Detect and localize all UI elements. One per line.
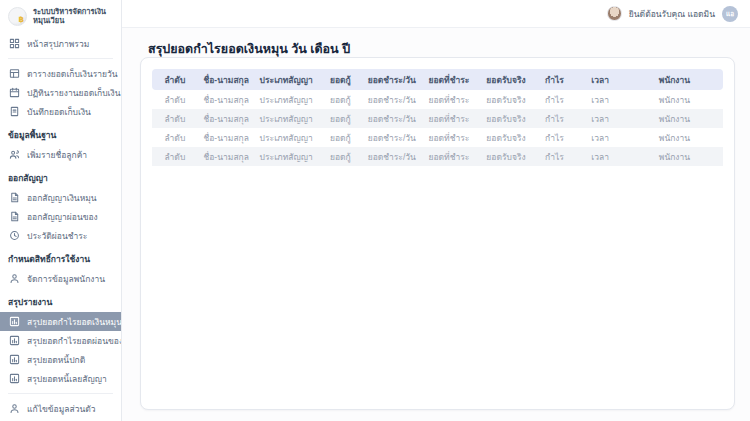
person-icon	[9, 273, 20, 284]
sidebar-section-header: กำหนดสิทธิ์การใช้งาน	[0, 245, 121, 269]
table-cell: พนักงาน	[626, 90, 723, 109]
sidebar-item-label: สรุปยอดหนี้เลยสัญญา	[27, 372, 107, 386]
table-cell: เวลา	[574, 128, 625, 147]
person-icon	[9, 403, 20, 414]
table-cell: เวลา	[574, 109, 625, 128]
table-row: ลำดับชื่อ-นามสกุลประเภทสัญญายอดกู้ยอดชำร…	[152, 128, 723, 147]
sidebar-nav: หน้าสรุปภาพรวมตารางยอดเก็บเงินรายวันปฏิท…	[0, 32, 121, 421]
table-header-row: ลำดับชื่อ-นามสกุลประเภทสัญญายอดกู้ยอดชำร…	[152, 69, 723, 90]
sidebar-divider	[8, 393, 113, 394]
table-cell: ประเภทสัญญา	[255, 147, 318, 166]
sidebar-item[interactable]: สรุปยอดหนี้เลยสัญญา	[0, 369, 121, 388]
sidebar-item[interactable]: แก้ไขข้อมูลส่วนตัว	[0, 399, 121, 418]
sidebar-section-header: ออกสัญญา	[0, 164, 121, 188]
app-logo-icon	[8, 7, 27, 26]
table-cell: ยอดกู้	[318, 90, 364, 109]
sidebar-item-label: ตารางยอดเก็บเงินรายวัน	[27, 67, 118, 81]
table-cell: ยอดชำระ/วัน	[363, 109, 420, 128]
main-content: สรุปยอดกำไรยอดเงินหมุน วัน เดือน ปี ลำดั…	[122, 28, 750, 421]
table-cell: เวลา	[574, 90, 625, 109]
table-cell: ชื่อ-นามสกุล	[198, 147, 255, 166]
sidebar-item[interactable]: บันทึกยอดเก็บเงิน	[0, 102, 121, 121]
table-cell: ยอดชำระ/วัน	[363, 128, 420, 147]
sidebar-section-header: สรุปรายงาน	[0, 288, 121, 312]
sidebar-item-label: สรุปยอดกำไรยอดเงินหมุน	[27, 315, 121, 329]
table-cell: ประเภทสัญญา	[255, 128, 318, 147]
table-cell: ลำดับ	[152, 109, 198, 128]
table-cell: ยอดที่ชำระ	[420, 90, 477, 109]
sidebar-item[interactable]: สรุปยอดกำไรยอดผ่อนของ	[0, 331, 121, 350]
user-badge[interactable]: แอ	[722, 6, 738, 22]
note-icon	[9, 106, 20, 117]
table-cell: ยอดชำระ/วัน	[363, 90, 420, 109]
table-cell: ลำดับ	[152, 147, 198, 166]
sidebar-item[interactable]: หน้าสรุปภาพรวม	[0, 34, 121, 53]
sidebar-section-header: ข้อมูลพื้นฐาน	[0, 121, 121, 145]
sidebar-item[interactable]: จัดการข้อมูลพนักงาน	[0, 269, 121, 288]
sidebar-divider	[8, 58, 113, 59]
column-header: ยอดรับจริง	[477, 69, 534, 90]
sidebar-item[interactable]: ออกสัญญาเงินหมุน	[0, 188, 121, 207]
sidebar-item-label: ออกสัญญาเงินหมุน	[27, 191, 97, 205]
user-avatar[interactable]	[607, 6, 622, 21]
table-cell: ยอดที่ชำระ	[420, 128, 477, 147]
contract-icon	[9, 192, 20, 203]
table-cell: ยอดชำระ/วัน	[363, 147, 420, 166]
table-cell: พนักงาน	[626, 128, 723, 147]
sidebar-item[interactable]: ตารางยอดเก็บเงินรายวัน	[0, 64, 121, 83]
table-cell: ยอดรับจริง	[477, 109, 534, 128]
table-cell: ยอดรับจริง	[477, 90, 534, 109]
column-header: ยอดที่ชำระ	[420, 69, 477, 90]
table-cell: ยอดกู้	[318, 109, 364, 128]
table-cell: ยอดกู้	[318, 147, 364, 166]
report-icon	[9, 335, 20, 346]
table-icon	[9, 68, 20, 79]
table-cell: ประเภทสัญญา	[255, 90, 318, 109]
table-row: ลำดับชื่อ-นามสกุลประเภทสัญญายอดกู้ยอดชำร…	[152, 90, 723, 109]
table-cell: ชื่อ-นามสกุล	[198, 90, 255, 109]
table-cell: ประเภทสัญญา	[255, 109, 318, 128]
page-title: สรุปยอดกำไรยอดเงินหมุน วัน เดือน ปี	[148, 39, 350, 59]
sidebar-item-label: สรุปยอดหนี้ปกติ	[27, 353, 85, 367]
report-icon	[9, 354, 20, 365]
table-row: ลำดับชื่อ-นามสกุลประเภทสัญญายอดกู้ยอดชำร…	[152, 147, 723, 166]
sidebar-item-label: หน้าสรุปภาพรวม	[27, 37, 89, 51]
column-header: ยอดกู้	[318, 69, 364, 90]
sidebar-item-label: แก้ไขข้อมูลส่วนตัว	[27, 402, 96, 416]
table-cell: ลำดับ	[152, 128, 198, 147]
calendar-icon	[9, 87, 20, 98]
sidebar-item-label: สรุปยอดกำไรยอดผ่อนของ	[27, 334, 121, 348]
table-cell: กำไร	[535, 128, 575, 147]
column-header: เวลา	[574, 69, 625, 90]
sidebar-item-label: ปฏิทินรายงานยอดเก็บเงิน	[27, 86, 121, 100]
table-cell: กำไร	[535, 90, 575, 109]
table-cell: ยอดกู้	[318, 128, 364, 147]
sidebar-item-label: เพิ่มรายชื่อลูกค้า	[27, 148, 87, 162]
app-title: ระบบบริหารจัดการเงินหมุนเวียน	[33, 8, 113, 25]
sidebar: ระบบบริหารจัดการเงินหมุนเวียน หน้าสรุปภา…	[0, 0, 122, 421]
welcome-text: ยินดีต้อนรับคุณ แอดมิน	[629, 7, 715, 21]
column-header: ลำดับ	[152, 69, 198, 90]
report-card: ลำดับชื่อ-นามสกุลประเภทสัญญายอดกู้ยอดชำร…	[140, 57, 735, 410]
column-header: กำไร	[535, 69, 575, 90]
table-cell: ชื่อ-นามสกุล	[198, 128, 255, 147]
column-header: ชื่อ-นามสกุล	[198, 69, 255, 90]
sidebar-item[interactable]: สรุปยอดหนี้ปกติ	[0, 350, 121, 369]
report-table: ลำดับชื่อ-นามสกุลประเภทสัญญายอดกู้ยอดชำร…	[152, 69, 723, 166]
app-logo: ระบบบริหารจัดการเงินหมุนเวียน	[0, 0, 121, 32]
table-cell: ยอดรับจริง	[477, 128, 534, 147]
contract-icon	[9, 211, 20, 222]
sidebar-item-label: จัดการข้อมูลพนักงาน	[27, 272, 105, 286]
sidebar-item-selected[interactable]: สรุปยอดกำไรยอดเงินหมุน	[0, 312, 121, 331]
column-header: พนักงาน	[626, 69, 723, 90]
table-cell: ยอดที่ชำระ	[420, 109, 477, 128]
sidebar-item[interactable]: ออกสัญญาผ่อนของ	[0, 207, 121, 226]
column-header: ยอดชำระ/วัน	[363, 69, 420, 90]
table-cell: พนักงาน	[626, 109, 723, 128]
table-cell: ยอดที่ชำระ	[420, 147, 477, 166]
sidebar-item[interactable]: ปฏิทินรายงานยอดเก็บเงิน	[0, 83, 121, 102]
sidebar-item[interactable]: ประวัติผ่อนชำระ	[0, 226, 121, 245]
column-header: ประเภทสัญญา	[255, 69, 318, 90]
sidebar-item[interactable]: เพิ่มรายชื่อลูกค้า	[0, 145, 121, 164]
topbar: ยินดีต้อนรับคุณ แอดมิน แอ	[122, 0, 750, 28]
